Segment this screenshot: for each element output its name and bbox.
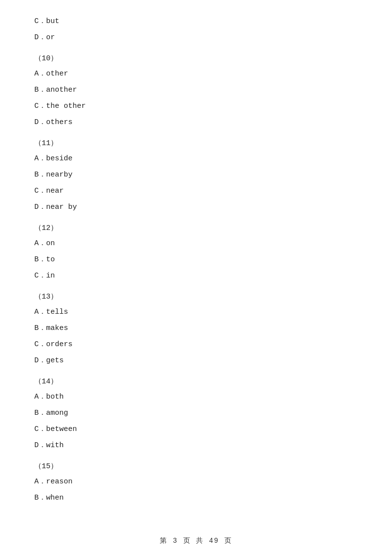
option-item: B．nearby [34, 168, 358, 181]
option-item: C．but [34, 15, 358, 28]
option-item: D．or [34, 31, 358, 44]
option-item: D．gets [34, 354, 358, 367]
question-number: （12） [34, 222, 358, 235]
question-number: （10） [34, 52, 358, 65]
option-item: A．both [34, 390, 358, 404]
option-item: B．another [34, 83, 358, 97]
option-item: C．the other [34, 100, 358, 113]
option-item: C．between [34, 423, 358, 436]
page-footer: 第 3 页 共 49 页 [0, 536, 392, 545]
option-item: C．near [34, 184, 358, 198]
question-number: （14） [34, 375, 358, 388]
option-item: A．beside [34, 152, 358, 165]
option-item: A．other [34, 67, 358, 80]
question-number: （15） [34, 460, 358, 473]
option-item: D．others [34, 116, 358, 129]
option-item: C．orders [34, 338, 358, 351]
option-item: C．in [34, 269, 358, 282]
option-item: D．near by [34, 201, 358, 214]
option-item: B．among [34, 406, 358, 420]
main-content: C．butD．or（10）A．otherB．anotherC．the other… [0, 0, 392, 537]
question-number: （11） [34, 137, 358, 150]
question-number: （13） [34, 290, 358, 303]
option-item: A．reason [34, 475, 358, 488]
option-item: A．tells [34, 305, 358, 319]
option-item: A．on [34, 237, 358, 250]
option-item: B．when [34, 491, 358, 505]
option-item: B．to [34, 253, 358, 266]
option-item: D．with [34, 439, 358, 452]
option-item: B．makes [34, 322, 358, 335]
